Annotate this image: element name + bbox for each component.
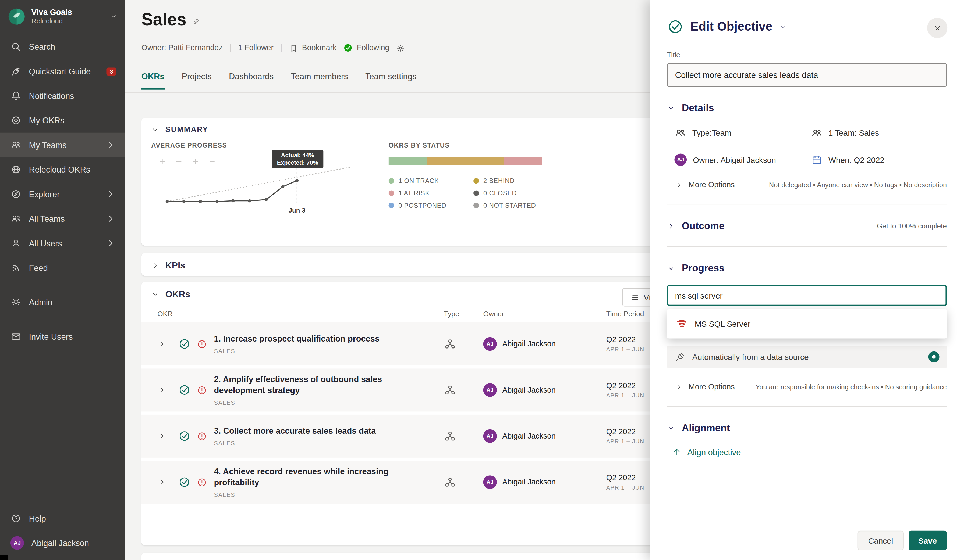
x-axis-marker-label: Jun 3 — [288, 207, 306, 214]
sidebar-item-all-teams[interactable]: All Teams — [0, 206, 125, 231]
sidebar-item-help[interactable]: Help — [0, 506, 125, 531]
collapse-chevron-icon[interactable] — [667, 265, 675, 273]
expand-chevron-icon[interactable] — [151, 261, 159, 269]
copy-link-icon[interactable] — [192, 17, 201, 26]
progress-more-options[interactable]: More Options You are responsible for mak… — [676, 383, 947, 391]
tab-team-members[interactable]: Team members — [291, 72, 348, 89]
sidebar-item-my-okrs[interactable]: My OKRs — [0, 108, 125, 133]
expand-chevron-icon[interactable] — [159, 386, 166, 394]
collapse-chevron-icon[interactable] — [667, 104, 675, 112]
meta-separator: | — [230, 44, 231, 52]
okr-number: 3. — [214, 427, 221, 436]
okr-title-text[interactable]: Increase prospect qualification process — [223, 334, 379, 343]
followers-label[interactable]: 1 Follower — [238, 44, 274, 52]
detail-team[interactable]: 1 Team: Sales — [811, 127, 947, 139]
expand-chevron-icon[interactable] — [159, 432, 166, 440]
sidebar-item-my-teams[interactable]: My Teams — [0, 133, 125, 157]
status-dot — [474, 178, 479, 183]
meta-separator: | — [280, 44, 282, 52]
legend-label: 0 POSTPONED — [398, 201, 446, 209]
page-meta: Owner: Patti Fernandez | 1 Follower | Bo… — [142, 43, 405, 53]
sidebar-item-notifications[interactable]: Notifications — [0, 84, 125, 108]
okr-owner-cell: AJAbigail Jackson — [484, 337, 606, 351]
detail-when[interactable]: When: Q2 2022 — [811, 153, 947, 166]
help-icon — [10, 513, 21, 524]
sidebar-item-abigail-jackson[interactable]: AJAbigail Jackson — [0, 531, 125, 555]
chevron-right-icon — [105, 238, 116, 249]
chevron-down-icon — [110, 13, 117, 20]
tab-projects[interactable]: Projects — [182, 72, 212, 89]
objective-icon — [178, 338, 191, 350]
sidebar-item-explorer[interactable]: Explorer — [0, 182, 125, 206]
okr-row-1[interactable]: 1. Increase prospect qualification proce… — [142, 323, 682, 365]
sidebar-item-admin[interactable]: Admin — [0, 290, 125, 314]
okr-title: 1. Increase prospect qualification proce… — [214, 334, 444, 344]
tab-dashboards[interactable]: Dashboards — [229, 72, 274, 89]
close-button[interactable] — [927, 18, 947, 38]
detail-type[interactable]: Type:Team — [674, 127, 811, 139]
sidebar-item-invite-users[interactable]: Invite Users — [0, 324, 125, 349]
chevron-right-icon — [676, 182, 682, 188]
chevron-right-icon — [105, 140, 116, 151]
more-options-label: More Options — [689, 383, 734, 391]
okrs-card: OKRs View OKR Type Owner Time Period 1. … — [142, 282, 682, 545]
legend-item-1-on-track: 1 ON TRACK — [389, 174, 453, 187]
okr-row-4[interactable]: 4. Achieve record revenues while increas… — [142, 461, 682, 503]
result-ms-sql-server[interactable]: MS SQL Server — [667, 312, 947, 335]
okr-row-2[interactable]: 2. Amplify effectiveness of outbound sal… — [142, 368, 682, 411]
chart-tooltip: Actual: 44% Expected: 70% — [272, 150, 323, 169]
expand-chevron-icon[interactable] — [667, 222, 675, 230]
following-button[interactable]: Following — [343, 43, 389, 53]
detail-when-label: When: Q2 2022 — [829, 155, 884, 164]
auto-data-source-row[interactable]: Automatically from a data source — [667, 346, 947, 368]
okr-title: 4. Achieve record revenues while increas… — [214, 466, 444, 488]
avatar: AJ — [484, 476, 497, 489]
legend-item-1-at-risk: 1 AT RISK — [389, 187, 453, 199]
status-bar-segment-on-track — [389, 157, 427, 165]
tab-okrs[interactable]: OKRs — [142, 72, 164, 89]
okr-row-3[interactable]: 3. Collect more accurate sales leads dat… — [142, 415, 682, 458]
sidebar-item-search[interactable]: Search — [0, 34, 125, 59]
details-more-options[interactable]: More Options Not delegated • Anyone can … — [676, 180, 947, 189]
okr-title-text[interactable]: Collect more accurate sales leads data — [223, 427, 376, 436]
sidebar-item-quickstart-guide[interactable]: Quickstart Guide3 — [0, 59, 125, 83]
chevron-down-icon[interactable] — [779, 23, 787, 31]
tooltip-expected: Expected: 70% — [277, 159, 318, 166]
expand-chevron-icon[interactable] — [159, 340, 166, 347]
brand-switcher[interactable]: Viva Goals Relecloud — [0, 0, 125, 32]
detail-type-label: Type:Team — [692, 128, 731, 138]
collapse-chevron-icon[interactable] — [151, 125, 159, 133]
average-progress-block: AVERAGE PROGRESS Actual: 4 — [151, 141, 373, 224]
sidebar-item-relecloud-okrs[interactable]: Relecloud OKRs — [0, 157, 125, 182]
detail-owner[interactable]: AJ Owner: Abigail Jackson — [674, 153, 811, 166]
align-objective-link[interactable]: Align objective — [672, 447, 947, 457]
brand-org-name: Relecloud — [31, 17, 105, 26]
at-risk-alert-icon — [197, 431, 207, 441]
sidebar-item-all-users[interactable]: All Users — [0, 231, 125, 255]
legend-label: 0 NOT STARTED — [484, 201, 536, 209]
objective-title-input[interactable] — [667, 63, 947, 86]
collapse-chevron-icon[interactable] — [151, 290, 159, 298]
column-type: Type — [444, 310, 483, 317]
average-progress-chart: Actual: 44% Expected: 70% Jun 3 — [151, 149, 360, 221]
tab-team-settings[interactable]: Team settings — [365, 72, 416, 89]
collapse-chevron-icon[interactable] — [667, 424, 675, 432]
cancel-button[interactable]: Cancel — [858, 531, 904, 550]
expand-chevron-icon[interactable] — [159, 479, 166, 486]
okr-title-text[interactable]: Amplify effectiveness of outbound sales … — [214, 375, 382, 395]
okr-title-text[interactable]: Achieve record revenues while increasing… — [214, 467, 388, 487]
okrs-by-status-label: OKRS BY STATUS — [389, 141, 542, 149]
chevron-right-icon — [105, 213, 116, 224]
gear-icon[interactable] — [396, 43, 405, 52]
sidebar-item-feed[interactable]: Feed — [0, 256, 125, 280]
following-label: Following — [357, 44, 389, 52]
status-dot — [474, 202, 479, 208]
bookmark-button[interactable]: Bookmark — [289, 43, 337, 52]
okr-title-cell: 3. Collect more accurate sales leads dat… — [214, 426, 444, 446]
save-button[interactable]: Save — [908, 531, 947, 550]
column-owner: Owner — [484, 310, 606, 317]
auto-data-source-radio-selected[interactable] — [928, 351, 939, 362]
sidebar-item-label: All Users — [29, 239, 62, 248]
data-source-search-input[interactable] — [667, 285, 947, 306]
okr-owner-cell: AJAbigail Jackson — [484, 429, 606, 443]
